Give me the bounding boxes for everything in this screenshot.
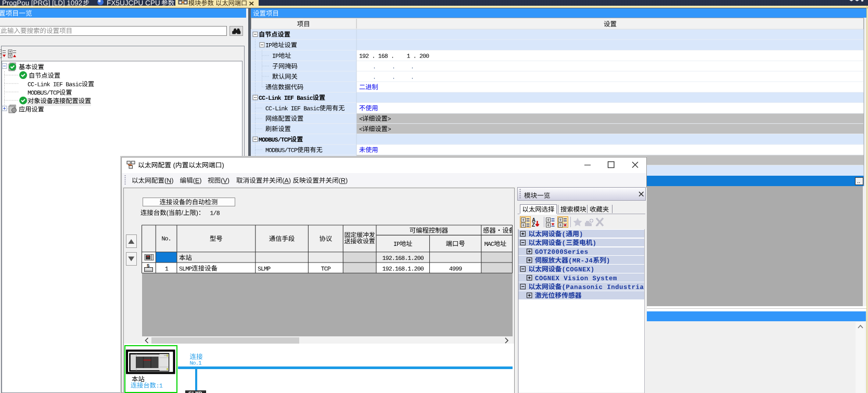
- svg-text:Z: Z: [532, 222, 535, 228]
